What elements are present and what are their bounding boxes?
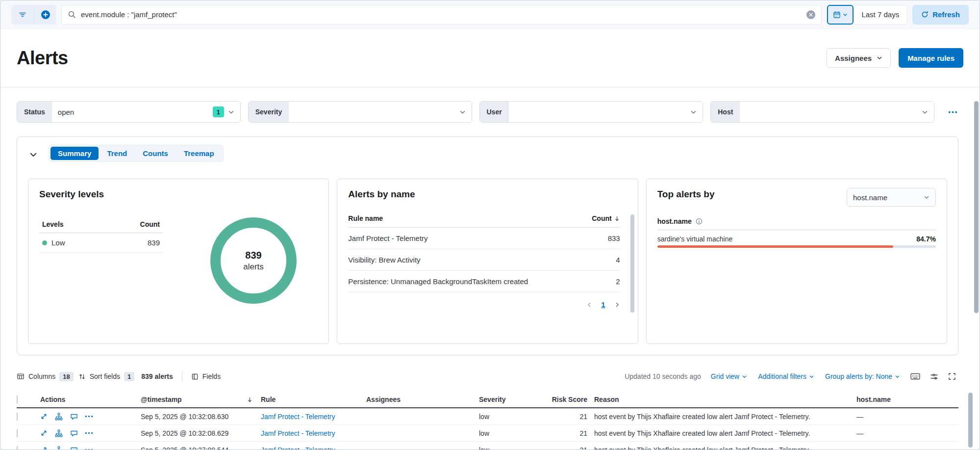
comment-icon[interactable] xyxy=(70,413,78,421)
collapse-chevron-icon[interactable] xyxy=(29,148,38,159)
count-header-label: Count xyxy=(592,214,611,222)
columns-button[interactable]: Columns 18 xyxy=(17,372,74,381)
sort-fields-button[interactable]: Sort fields 1 xyxy=(78,372,134,381)
fields-label: Fields xyxy=(202,372,221,380)
chevron-down-icon xyxy=(809,374,814,379)
alerts-by-name-row[interactable]: Visibility: Brew Activity 4 xyxy=(348,249,620,271)
chevron-down-icon xyxy=(922,109,928,115)
query-input[interactable]: event.module : "jamf_protect" xyxy=(61,5,822,25)
alerts-by-name-row[interactable]: Jamf Protect - Telemetry 833 xyxy=(348,228,620,249)
alerts-summary-panel: Summary Trend Counts Treemap Severity le… xyxy=(17,136,958,355)
columns-count-badge: 18 xyxy=(59,372,73,381)
rule-count-cell: 833 xyxy=(608,234,620,242)
reason-cell: host event by Thijs Xhaflaire created lo… xyxy=(594,413,856,421)
more-actions-icon[interactable] xyxy=(85,415,93,418)
analyzer-graph-icon[interactable] xyxy=(55,446,63,450)
grid-view-label: Grid view xyxy=(711,372,739,380)
display-settings-icon[interactable] xyxy=(930,372,938,381)
alerts-by-name-row[interactable]: Persistence: Unmanaged BackgroundTaskIte… xyxy=(348,271,620,292)
tab-summary[interactable]: Summary xyxy=(50,147,99,160)
filter-status-value: open xyxy=(52,108,213,116)
count-column-header[interactable]: Count xyxy=(592,214,620,222)
filter-host[interactable]: Host xyxy=(710,101,934,123)
manage-rules-button[interactable]: Manage rules xyxy=(899,48,963,68)
risk-score-column-header[interactable]: Risk Score xyxy=(545,396,594,403)
host-name-value: sardine's virtual machine xyxy=(657,235,733,243)
tab-trend[interactable]: Trend xyxy=(100,147,134,160)
calendar-icon xyxy=(833,11,841,19)
chevron-down-icon xyxy=(895,374,900,379)
query-text[interactable]: event.module : "jamf_protect" xyxy=(81,10,802,19)
assignees-button[interactable]: Assignees xyxy=(827,48,891,68)
refresh-button[interactable]: Refresh xyxy=(912,5,969,25)
rule-link[interactable]: Jamf Protect - Telemetry xyxy=(261,413,335,421)
timestamp-column-header[interactable]: @timestamp xyxy=(141,396,261,403)
donut-center-label: 839 alerts xyxy=(210,217,297,304)
expand-alert-icon[interactable] xyxy=(40,413,48,420)
time-range-value[interactable]: Last 7 days xyxy=(854,10,907,19)
page-scrollbar[interactable] xyxy=(974,101,979,313)
filter-user-label: User xyxy=(480,102,509,122)
host-percent-bar-fill xyxy=(657,245,893,248)
severity-table-row[interactable]: Low 839 xyxy=(39,233,163,253)
severity-level-count: 839 xyxy=(148,238,160,247)
alerts-count-label: 839 alerts xyxy=(141,372,173,380)
alerts-table-scrollbar[interactable] xyxy=(968,393,973,448)
top-alerts-row[interactable]: sardine's virtual machine 84.7% xyxy=(657,235,936,243)
page-header: Alerts Assignees Manage rules xyxy=(0,29,980,87)
more-actions-icon[interactable] xyxy=(85,432,93,434)
fields-button[interactable]: Fields xyxy=(191,372,221,380)
info-icon[interactable] xyxy=(696,218,703,225)
rule-link[interactable]: Jamf Protect - Telemetry xyxy=(261,446,335,450)
row-checkbox[interactable] xyxy=(17,446,18,450)
host-percent-value: 84.7% xyxy=(916,235,936,243)
previous-page-icon[interactable] xyxy=(586,302,592,308)
filter-lines-icon xyxy=(19,11,26,19)
risk-score-cell: 21 xyxy=(545,446,594,450)
expand-alert-icon[interactable] xyxy=(40,429,48,437)
analyzer-graph-icon[interactable] xyxy=(55,413,63,421)
host-percent-bar xyxy=(657,245,936,248)
severity-column-header[interactable]: Severity xyxy=(479,396,545,403)
host-name-column-header[interactable]: host.name xyxy=(856,396,958,403)
alerts-table-header: Actions @timestamp Rule Assignees Severi… xyxy=(17,392,958,408)
top-alerts-field-header: host.name xyxy=(657,217,936,230)
grid-view-button[interactable]: Grid view xyxy=(711,372,747,380)
clear-query-button[interactable] xyxy=(806,10,815,19)
chevron-down-icon xyxy=(843,12,848,17)
tab-counts[interactable]: Counts xyxy=(135,147,176,160)
filter-status[interactable]: Status open 1 xyxy=(17,101,241,123)
donut-total-unit: alerts xyxy=(243,262,264,272)
chevron-down-icon xyxy=(924,194,930,200)
levels-column-header: Levels xyxy=(42,220,64,228)
table-scrollbar[interactable] xyxy=(630,214,634,313)
fullscreen-icon[interactable] xyxy=(948,372,956,380)
chevron-down-icon xyxy=(742,374,747,379)
additional-filters-button[interactable]: Additional filters xyxy=(758,372,814,380)
comment-icon[interactable] xyxy=(70,429,78,437)
tab-treemap[interactable]: Treemap xyxy=(176,147,222,160)
assignees-column-header[interactable]: Assignees xyxy=(366,396,479,403)
page-number[interactable]: 1 xyxy=(601,300,605,309)
analyzer-graph-icon[interactable] xyxy=(55,429,63,437)
reason-cell: host event by Thijs Xhaflaire created lo… xyxy=(594,446,856,450)
row-checkbox[interactable] xyxy=(17,429,18,437)
comment-icon[interactable] xyxy=(70,446,78,450)
top-alerts-field-select[interactable]: host.name xyxy=(847,188,936,207)
date-picker-calendar-button[interactable] xyxy=(827,5,854,25)
reason-column-header[interactable]: Reason xyxy=(594,396,856,403)
filter-menu-button[interactable] xyxy=(11,5,34,25)
keyboard-shortcuts-icon[interactable] xyxy=(910,373,920,380)
select-all-checkbox[interactable] xyxy=(17,396,18,403)
filter-user[interactable]: User xyxy=(479,101,704,123)
rule-count-cell: 4 xyxy=(616,256,620,264)
rule-column-header[interactable]: Rule xyxy=(261,396,366,403)
next-page-icon[interactable] xyxy=(614,302,620,308)
row-checkbox[interactable] xyxy=(17,413,18,421)
expand-alert-icon[interactable] xyxy=(40,446,48,450)
group-alerts-button[interactable]: Group alerts by: None xyxy=(825,372,900,380)
add-filter-button[interactable] xyxy=(34,5,56,25)
filter-severity[interactable]: Severity xyxy=(248,101,472,123)
rule-link[interactable]: Jamf Protect - Telemetry xyxy=(261,429,335,437)
more-filters-button[interactable] xyxy=(942,101,963,123)
